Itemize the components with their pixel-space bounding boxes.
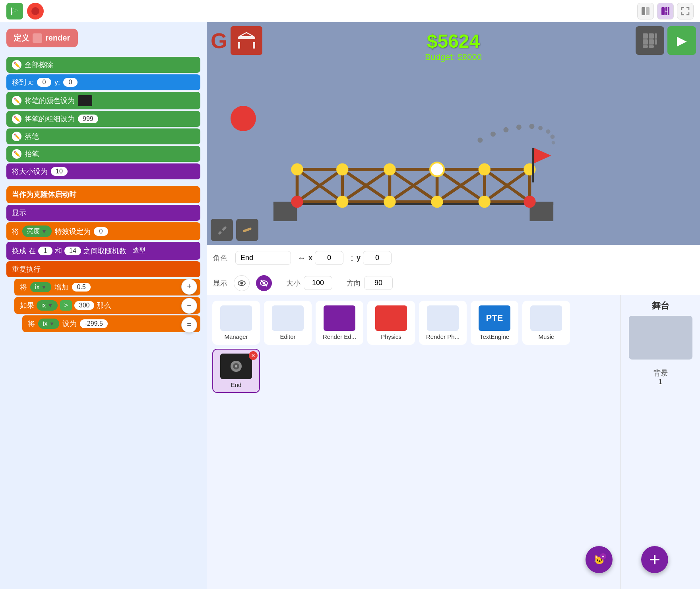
layout-button-2[interactable]	[657, 3, 674, 19]
size-set-block[interactable]: 将大小设为 10	[6, 163, 200, 179]
sprite-card-editor[interactable]: Editor	[264, 301, 312, 345]
costume-num1[interactable]: 1	[38, 247, 52, 255]
effect-name-oval[interactable]: 亮度 ▼	[22, 225, 52, 237]
sprite-label: 角色	[213, 253, 227, 263]
zoom-in-icon: +	[187, 282, 192, 291]
stop-icon	[31, 7, 39, 15]
set-var-oval[interactable]: ix ▼	[38, 319, 59, 329]
svg-point-43	[336, 163, 348, 175]
switch-costume-block[interactable]: 换成 在 1 和 14 之间取随机数 造型	[6, 242, 200, 260]
set-var-block[interactable]: 将 ix ▼ 设为 -299.5	[22, 315, 200, 332]
sprite-card-render-ph[interactable]: Render Ph...	[419, 301, 467, 345]
set-effect-block[interactable]: 将 亮度 ▼ 特效设定为 0	[6, 222, 200, 240]
game-money: $5624 Budget: $8000	[425, 30, 482, 62]
tool-button-1[interactable]	[211, 219, 233, 241]
costume-between: 在	[29, 246, 36, 256]
game-play-button[interactable]: ▶	[667, 26, 696, 55]
svg-rect-17	[649, 39, 654, 45]
pen-thickness-input[interactable]: 999	[78, 115, 98, 123]
svg-text:+: +	[601, 554, 604, 560]
sprite-card-textengine[interactable]: PTE TextEngine	[471, 301, 518, 345]
pen-down-block[interactable]: ✏️ 落笔	[6, 128, 200, 144]
game-grid-button[interactable]	[636, 26, 664, 55]
svg-point-60	[529, 124, 534, 129]
sprite-card-render-ed[interactable]: Render Ed...	[316, 301, 363, 345]
direction-input[interactable]	[364, 276, 393, 290]
svg-point-42	[291, 163, 303, 175]
define-notch	[33, 33, 42, 43]
sprite-card-physics[interactable]: Physics	[367, 301, 415, 345]
sprite-delete-button[interactable]: ✕	[249, 351, 258, 360]
costume-between-label: 之间取随机数	[83, 246, 126, 256]
zoom-in-button[interactable]: +	[181, 279, 197, 295]
svg-point-49	[336, 196, 348, 208]
sprite-card-end[interactable]: ✕ End	[212, 349, 260, 393]
zoom-reset-button[interactable]: =	[181, 317, 197, 333]
increase-var-block[interactable]: 将 ix ▼ 增加 0.5	[14, 279, 200, 295]
sprite-name-render-ph: Render Ph...	[426, 333, 460, 340]
if-var-oval[interactable]: ix ▼	[37, 300, 58, 311]
color-swatch[interactable]	[78, 95, 92, 106]
tool-button-2[interactable]	[236, 219, 258, 241]
pencil-icon: ✏️	[12, 60, 21, 70]
move-to-block[interactable]: 移到 x: 0 y: 0	[6, 74, 200, 90]
fullscreen-button[interactable]	[677, 3, 694, 19]
size-input[interactable]	[304, 276, 332, 290]
svg-marker-12	[239, 33, 254, 37]
set-val-input[interactable]: -299.5	[80, 319, 107, 328]
costume-label-oval[interactable]: 造型	[129, 245, 149, 257]
repeat-block[interactable]: 重复执行	[6, 261, 200, 277]
costume-label: 造型	[133, 247, 145, 255]
sprite-name-input[interactable]	[235, 251, 291, 265]
svg-rect-1	[11, 8, 12, 15]
stage-thumbnail[interactable]	[629, 316, 692, 360]
inc-var-arrow: ▼	[41, 284, 47, 290]
clear-all-block[interactable]: ✏️ 全部擦除	[6, 57, 200, 73]
background-num: 1	[658, 378, 662, 386]
pen-thickness-block[interactable]: ✏️ 将笔的粗细设为 999	[6, 111, 200, 127]
sprite-add-fab[interactable]: 🐱 +	[586, 546, 613, 573]
svg-point-44	[384, 163, 396, 175]
clone-hat-block[interactable]: 当作为克隆体启动时	[6, 186, 200, 203]
game-icon-box	[231, 26, 262, 55]
flag-button[interactable]	[6, 3, 23, 19]
pen-color-block[interactable]: ✏️ 将笔的颜色设为	[6, 92, 200, 109]
increase-val-input[interactable]: 0.5	[72, 283, 90, 292]
effect-val-input[interactable]: 0	[94, 227, 108, 236]
stop-button[interactable]	[27, 3, 44, 19]
pen-section: ✏️ 全部擦除 移到 x: 0 y: 0 ✏️ 将笔的颜色设为 ✏️ 将笔的粗细…	[6, 57, 200, 179]
sprite-card-manager[interactable]: Manager	[212, 301, 260, 345]
layout-1-icon	[641, 7, 650, 16]
svg-rect-15	[655, 33, 657, 39]
sprite-thumb-physics	[375, 305, 407, 331]
if-block[interactable]: 如果 ix ▼ > 300 那么	[14, 297, 200, 314]
sprite-name-music: Music	[538, 333, 554, 340]
effect-dropdown-arrow: ▼	[41, 228, 47, 235]
eye-show-button[interactable]	[234, 275, 250, 291]
move-y-input[interactable]: 0	[63, 78, 78, 87]
x-label: x	[308, 254, 312, 262]
define-block: 定义 render	[6, 29, 78, 47]
layout-button-1[interactable]	[637, 3, 654, 19]
move-x-input[interactable]: 0	[37, 78, 51, 87]
sprite-thumb-render-ph	[427, 305, 459, 331]
svg-rect-20	[649, 45, 654, 48]
sprite-section: Manager Editor Render Ed...	[207, 295, 700, 589]
eye-hide-button[interactable]	[256, 275, 272, 291]
svg-rect-16	[643, 39, 648, 45]
size-set-input[interactable]: 10	[51, 167, 68, 176]
zoom-out-button[interactable]: −	[181, 298, 197, 314]
y-input[interactable]	[363, 251, 392, 265]
x-coord-group: ↔ x	[297, 251, 343, 265]
if-val-input[interactable]: 300	[74, 301, 95, 310]
stage-add-fab[interactable]	[641, 546, 668, 573]
costume-num2[interactable]: 14	[64, 247, 81, 255]
define-name: render	[45, 33, 70, 43]
show-block[interactable]: 显示	[6, 205, 200, 221]
repeat-body: 将 ix ▼ 增加 0.5 如果 ix ▼ > 300 那么	[14, 279, 200, 332]
pen-up-block[interactable]: ✏️ 抬笔	[6, 146, 200, 162]
sprite-thumb-music	[530, 305, 562, 331]
x-input[interactable]	[315, 251, 343, 265]
sprite-card-music[interactable]: Music	[522, 301, 570, 345]
increase-var-oval[interactable]: ix ▼	[30, 282, 51, 292]
